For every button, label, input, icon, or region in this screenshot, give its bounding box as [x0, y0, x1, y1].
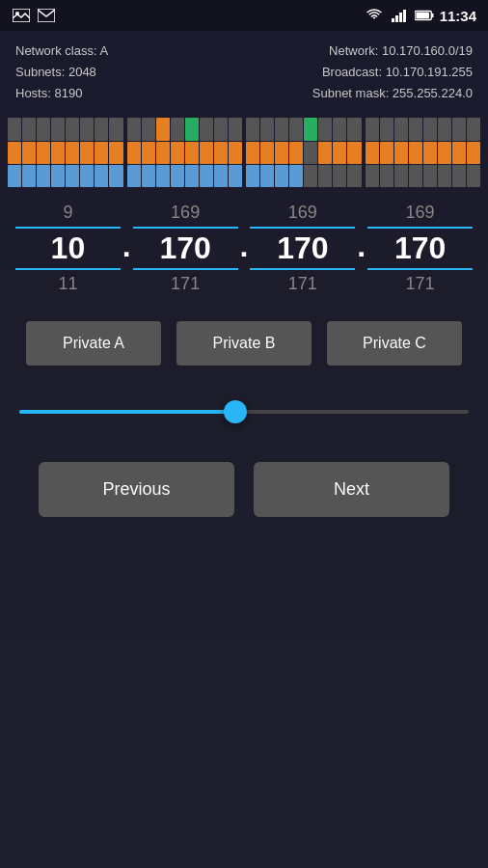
bit-cell-2-2-7: [347, 165, 361, 187]
bit-cell-2-2-6: [333, 165, 346, 187]
bit-cell-0-1-3: [51, 142, 65, 164]
ip-current-3: 170: [367, 227, 473, 270]
ip-column-2[interactable]: 169170171: [250, 199, 355, 298]
subnet-mask: Subnet mask: 255.255.224.0: [249, 83, 473, 104]
bit-cell-1-2-7: [229, 165, 242, 187]
dot-separator-0: .: [121, 229, 133, 268]
bit-cell-0-0-5: [80, 118, 94, 140]
svg-rect-8: [431, 14, 433, 18]
bit-cell-2-1-1: [260, 142, 274, 164]
bit-cell-1-0-7: [229, 118, 242, 140]
private-buttons-group: Private A Private B Private C: [0, 298, 488, 381]
navigation-buttons: Previous Next: [0, 443, 488, 536]
network-info: Network class: A Subnets: 2048 Hosts: 81…: [0, 31, 488, 114]
bit-cell-2-2-4: [304, 165, 317, 187]
bit-cell-1-1-0: [127, 142, 141, 164]
bit-cell-2-2-1: [260, 165, 274, 187]
previous-button[interactable]: Previous: [39, 462, 234, 517]
bit-cell-1-1-7: [229, 142, 242, 164]
bit-cell-1-0-3: [171, 118, 184, 140]
private-b-button[interactable]: Private B: [176, 321, 312, 366]
bit-cell-0-2-7: [109, 165, 122, 187]
bit-cell-0-1-5: [80, 142, 94, 164]
bit-cell-3-0-6: [452, 118, 466, 140]
bit-cell-0-2-6: [95, 165, 108, 187]
bit-cell-2-0-3: [289, 118, 303, 140]
bit-cell-3-1-6: [452, 142, 466, 164]
ip-current-0: 10: [15, 227, 121, 270]
bit-cell-0-1-7: [109, 142, 122, 164]
bit-cell-0-2-2: [37, 165, 50, 187]
bit-cell-2-0-0: [246, 118, 259, 140]
bit-cell-0-0-2: [37, 118, 50, 140]
signal-icon: [390, 8, 409, 23]
dot-separator-2: .: [355, 229, 367, 268]
bit-cell-3-0-2: [394, 118, 408, 140]
bit-cell-1-2-6: [214, 165, 228, 187]
bit-cell-2-1-4: [304, 142, 317, 164]
bit-cell-0-0-0: [8, 118, 21, 140]
private-a-button[interactable]: Private A: [26, 321, 161, 366]
bit-cell-3-1-4: [423, 142, 437, 164]
slider-track[interactable]: [19, 410, 469, 414]
bit-cell-3-0-3: [409, 118, 422, 140]
bit-cell-1-2-4: [185, 165, 199, 187]
bit-cell-1-0-4: [185, 118, 199, 140]
bit-cell-3-2-2: [394, 165, 408, 187]
bit-cell-2-2-3: [289, 165, 303, 187]
bit-cell-0-2-1: [22, 165, 36, 187]
battery-icon: [415, 8, 434, 23]
bit-cell-2-0-2: [275, 118, 288, 140]
bit-cell-3-0-4: [423, 118, 437, 140]
bit-grid: [0, 114, 488, 191]
bit-cell-0-0-7: [109, 118, 122, 140]
bit-cell-3-2-4: [423, 165, 437, 187]
slider-thumb[interactable]: [224, 400, 247, 423]
ip-column-3[interactable]: 169170171: [367, 199, 473, 298]
bit-cell-1-1-6: [214, 142, 228, 164]
ip-next-2: 171: [288, 270, 317, 298]
bit-cell-2-2-0: [246, 165, 259, 187]
bit-cell-0-0-6: [95, 118, 108, 140]
bit-cell-2-2-2: [275, 165, 288, 187]
gmail-icon: [37, 8, 56, 23]
bit-cell-2-1-3: [289, 142, 303, 164]
broadcast: Broadcast: 10.170.191.255: [249, 62, 473, 83]
svg-rect-4: [395, 15, 398, 22]
next-button[interactable]: Next: [254, 462, 449, 517]
slider-fill: [19, 410, 235, 414]
image-icon: [12, 8, 31, 23]
bit-cell-1-2-1: [142, 165, 155, 187]
svg-rect-2: [38, 9, 55, 22]
subnets: Subnets: 2048: [15, 62, 239, 83]
bit-cell-0-2-3: [51, 165, 65, 187]
private-c-button[interactable]: Private C: [327, 321, 462, 366]
octet-grid-1: [127, 118, 243, 187]
ip-prev-3: 169: [406, 199, 435, 227]
ip-column-1[interactable]: 169170171: [133, 199, 238, 298]
ip-next-3: 171: [406, 270, 435, 298]
bit-cell-2-0-7: [347, 118, 361, 140]
svg-rect-6: [403, 10, 406, 22]
ip-column-0[interactable]: 91011: [15, 199, 121, 298]
bit-cell-1-2-0: [127, 165, 141, 187]
bit-cell-0-1-2: [37, 142, 50, 164]
bit-cell-0-0-4: [66, 118, 79, 140]
ip-current-1: 170: [133, 227, 238, 270]
ip-current-2: 170: [250, 227, 355, 270]
bit-cell-1-2-3: [171, 165, 184, 187]
svg-rect-9: [416, 13, 429, 18]
ip-picker[interactable]: 91011.169170171.169170171.169170171: [0, 199, 488, 298]
bit-cell-3-1-1: [380, 142, 393, 164]
bit-cell-0-2-5: [80, 165, 94, 187]
status-left-icons: [12, 8, 56, 23]
bit-cell-0-1-1: [22, 142, 36, 164]
bit-cell-0-0-1: [22, 118, 36, 140]
network-address: Network: 10.170.160.0/19: [249, 41, 473, 62]
svg-rect-3: [392, 18, 394, 22]
bit-cell-1-2-5: [200, 165, 213, 187]
bit-cell-1-0-6: [214, 118, 228, 140]
bit-cell-2-1-7: [347, 142, 361, 164]
bit-cell-3-2-6: [452, 165, 466, 187]
slider-container[interactable]: [0, 381, 488, 433]
